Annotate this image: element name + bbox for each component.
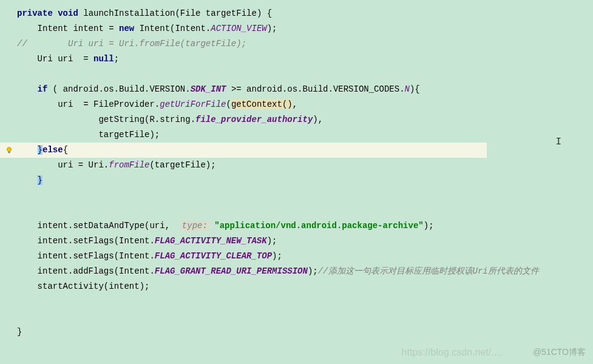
code-line-blank[interactable]	[0, 203, 593, 218]
code-line-blank[interactable]	[0, 294, 593, 309]
code-text: getString(R.string.	[17, 115, 195, 124]
code-line[interactable]: targetFile);	[0, 127, 593, 143]
code-text: intent.addFlags(Intent.	[17, 266, 155, 276]
watermark: https://blog.csdn.net/....	[402, 347, 502, 358]
static-field: FLAG_ACTIVITY_CLEAR_TOP	[155, 251, 272, 261]
code-text: (	[226, 99, 231, 109]
code-line[interactable]: getString(R.string.file_provider_authori…	[0, 112, 593, 127]
static-field: SDK_INT	[191, 84, 226, 94]
svg-point-0	[7, 147, 12, 152]
code-line[interactable]: Uri uri = null;	[0, 52, 593, 67]
code-line[interactable]: }	[0, 325, 593, 340]
code-text: ),	[313, 115, 323, 124]
string: "application/vnd.android.package-archive…	[214, 221, 423, 231]
brace: }	[38, 175, 42, 185]
static-method: getUriForFile	[160, 99, 226, 109]
code-line[interactable]: uri = Uri.fromFile(targetFile);	[0, 158, 593, 173]
static-field: file_provider_authority	[195, 115, 313, 124]
code-editor[interactable]: private void launchInstallation(File tar…	[0, 0, 593, 346]
code-text: );	[308, 266, 318, 276]
keyword: null	[93, 54, 114, 64]
code-text: {	[63, 145, 68, 155]
code-line[interactable]: if ( android.os.Build.VERSION.SDK_INT >=…	[0, 82, 593, 97]
code-text: launchInstallation(File targetFile) {	[78, 8, 272, 18]
keyword: private	[17, 8, 53, 18]
static-field: FLAG_ACTIVITY_NEW_TASK	[155, 236, 267, 246]
param-hint: type:	[180, 220, 209, 231]
code-text: );	[267, 24, 277, 33]
code-text: uri = Uri.	[17, 160, 109, 170]
comment: // Uri uri = Uri.fromFile(targetFile);	[17, 39, 246, 49]
comment: //添加这一句表示对目标应用临时授权该Uri所代表的文件	[318, 266, 539, 276]
code-text	[17, 84, 38, 94]
code-line[interactable]: intent.addFlags(Intent.FLAG_GRANT_READ_U…	[0, 264, 593, 279]
code-text: intent.setDataAndType(uri,	[17, 221, 180, 231]
code-text: }	[17, 327, 22, 337]
static-field: FLAG_GRANT_READ_URI_PERMISSION	[155, 266, 308, 276]
code-line[interactable]: intent.setDataAndType(uri, type: "applic…	[0, 218, 593, 234]
code-text: Uri uri =	[17, 54, 93, 64]
code-line-blank[interactable]	[0, 309, 593, 325]
code-text	[209, 221, 214, 231]
keyword: new	[119, 24, 134, 33]
code-text: intent.setFlags(Intent.	[17, 251, 155, 261]
code-line[interactable]: Intent intent = new Intent(Intent.ACTION…	[0, 21, 593, 36]
code-text: Intent intent =	[17, 24, 119, 33]
static-method: fromFile	[109, 160, 149, 170]
code-text: ;	[114, 54, 119, 64]
code-text: intent.setFlags(Intent.	[17, 236, 155, 246]
code-text: targetFile);	[17, 130, 160, 140]
static-field: ACTION_VIEW	[211, 24, 266, 33]
watermark: @51CTO博客	[533, 347, 586, 358]
code-text	[17, 145, 38, 155]
code-text: ,	[293, 99, 297, 109]
code-line-blank[interactable]	[0, 67, 593, 82]
code-line[interactable]: private void launchInstallation(File tar…	[0, 6, 593, 21]
brace: }	[38, 145, 42, 155]
code-text: uri = FileProvider.	[17, 99, 160, 109]
code-text: );	[272, 251, 282, 261]
code-line-current[interactable]: }else{	[0, 143, 487, 158]
code-text: >= android.os.Build.VERSION_CODES.	[226, 84, 404, 94]
static-field: N	[405, 84, 410, 94]
code-line[interactable]: }	[0, 173, 593, 188]
code-text: );	[267, 236, 277, 246]
text-cursor-icon: I	[555, 136, 561, 147]
code-line-commented[interactable]: // Uri uri = Uri.fromFile(targetFile);	[0, 36, 593, 52]
code-text: startActivity(intent);	[17, 281, 149, 291]
code-line[interactable]: intent.setFlags(Intent.FLAG_ACTIVITY_CLE…	[0, 249, 593, 264]
code-line[interactable]: startActivity(intent);	[0, 279, 593, 294]
code-text: Intent(Intent.	[134, 24, 211, 33]
svg-rect-1	[8, 152, 10, 153]
keyword: else	[42, 145, 63, 155]
code-line[interactable]: uri = FileProvider.getUriForFile(getCont…	[0, 97, 593, 112]
code-text: ( android.os.Build.VERSION.	[47, 84, 190, 94]
keyword: if	[38, 84, 48, 94]
highlighted-call: getContext()	[231, 99, 293, 109]
code-text: ){	[410, 84, 420, 94]
code-text	[17, 175, 38, 185]
code-line[interactable]: intent.setFlags(Intent.FLAG_ACTIVITY_NEW…	[0, 234, 593, 249]
keyword: void	[58, 8, 78, 18]
code-text: );	[424, 221, 434, 231]
code-line-blank[interactable]	[0, 188, 593, 203]
code-text: (targetFile);	[149, 160, 215, 170]
